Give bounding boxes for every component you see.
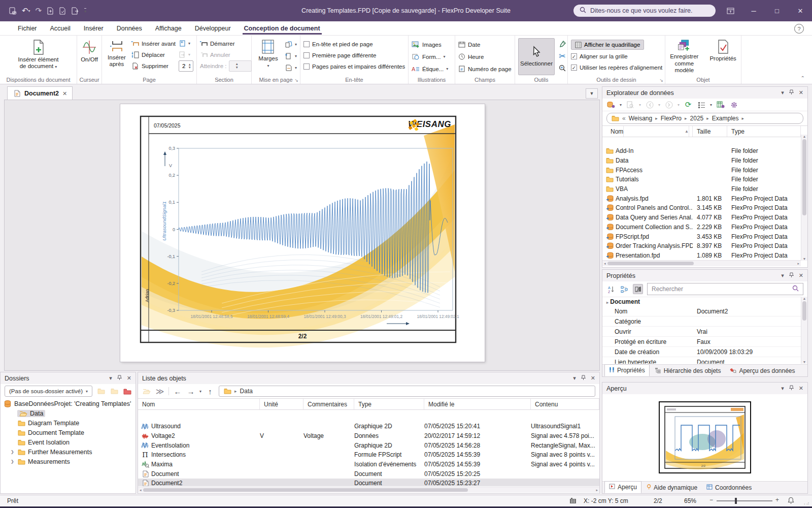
paste-page-icon[interactable] xyxy=(71,7,79,15)
object-row-document[interactable]: DocumentDocument07/05/2025 15:20:25 xyxy=(138,469,599,479)
grid-indicator-icon[interactable] xyxy=(569,497,577,505)
panel-menu-icon[interactable]: ▾ xyxy=(781,385,784,392)
show-grid-toggle[interactable]: Afficher le quadrillage xyxy=(571,40,644,50)
tree-item-document-template[interactable]: Document Template xyxy=(4,428,133,437)
menu-tab-fichier[interactable]: Fichier xyxy=(11,21,44,36)
property-row[interactable]: Lien hypertexteDocument xyxy=(602,357,801,364)
col-nom[interactable]: Nom ▲ xyxy=(602,126,693,137)
expand-levels-icon[interactable]: ≫ xyxy=(155,387,164,396)
menu-tab-d-veloppeur[interactable]: Développeur xyxy=(188,21,238,36)
resize-grip[interactable]: ⢀⣠ xyxy=(802,499,810,504)
close-button[interactable]: ✕ xyxy=(789,0,812,21)
help-icon[interactable]: ? xyxy=(794,24,804,34)
explorer-file-row[interactable]: Control Panels and Control...3.145 KBFle… xyxy=(602,203,801,213)
explorer-file-row[interactable]: FPAccessFile folder xyxy=(602,165,801,175)
zoom-slider[interactable] xyxy=(717,500,772,501)
col-modifi-le[interactable]: Modifié le xyxy=(424,399,531,409)
document-canvas[interactable]: 0,30,20,10-0,1-0,2-0,3VUltrasoundSignal1… xyxy=(4,100,600,371)
move-page-button[interactable]: Déplacer xyxy=(131,49,176,60)
status-page-indicator[interactable]: 2/2 xyxy=(654,497,662,504)
insert-page-icon[interactable] xyxy=(47,7,54,15)
col-contenu[interactable]: Contenu xyxy=(531,399,599,409)
maximize-button[interactable]: □ xyxy=(765,0,789,21)
tree-item-further-measurements[interactable]: ❯Further Measurements xyxy=(4,447,133,457)
save-as-template-button[interactable]: Enregistrer comme modèle xyxy=(667,38,701,75)
cursor-onoff-button[interactable]: On/Off xyxy=(78,38,100,75)
tree-item-data[interactable]: Data xyxy=(4,408,133,418)
save-database-icon[interactable] xyxy=(9,7,17,15)
breadcrumb-item[interactable]: Weisang xyxy=(629,115,652,122)
header-footer-checkbox[interactable]: En-tête et pied de page xyxy=(303,40,405,49)
tab-close-icon[interactable]: ✕ xyxy=(62,90,67,97)
tab-list-dropdown[interactable]: ▼ xyxy=(586,88,598,99)
zoom-slider-knob[interactable] xyxy=(735,498,737,504)
document-page[interactable]: 0,30,20,10-0,1-0,2-0,3VUltrasoundSignal1… xyxy=(120,104,485,362)
nav-forward-icon[interactable]: → xyxy=(186,387,195,396)
snap-grid-checkbox[interactable]: ✓Aligner sur la grille xyxy=(571,52,662,61)
tree-item-measurements[interactable]: ❯Measurements xyxy=(4,457,133,466)
col-type[interactable]: Type xyxy=(354,399,424,409)
notifications-bell-icon[interactable] xyxy=(788,497,794,505)
explorer-file-row[interactable]: VBAFile folder xyxy=(602,184,801,194)
zoom-in-icon[interactable]: + xyxy=(775,496,779,503)
view-list-icon[interactable] xyxy=(697,100,706,109)
object-row-document2[interactable]: Document2Document07/05/2025 15:23:27 xyxy=(138,479,599,486)
menu-tab-ins-rer[interactable]: Insérer xyxy=(77,21,110,36)
eyedropper-tool-icon[interactable] xyxy=(558,40,567,49)
nav-back-icon[interactable]: ← xyxy=(173,387,182,396)
refresh-icon[interactable]: ⟳ xyxy=(684,100,693,109)
object-properties-button[interactable]: Propriétés xyxy=(707,38,738,75)
images-button[interactable]: Images xyxy=(412,39,448,50)
settings-gear-icon[interactable] xyxy=(729,100,738,109)
close-panel-icon[interactable]: ✕ xyxy=(127,375,131,382)
properties-search-input[interactable]: Rechercher xyxy=(647,283,803,295)
tell-me-search[interactable]: Dites-nous ce que vous voulez faire. xyxy=(573,5,716,17)
expander-icon[interactable]: ❯ xyxy=(11,450,15,454)
page-number-field-button[interactable]: #Numéro de page xyxy=(458,64,512,74)
explorer-file-row[interactable]: Data Query and Series Anal...4.077 KBFle… xyxy=(602,213,801,223)
tree-item-diagram-template[interactable]: Diagram Template xyxy=(4,418,133,428)
next-folder-icon[interactable] xyxy=(110,387,119,396)
page-nav-top-button[interactable]: ▾ xyxy=(179,38,193,49)
open-folder-icon[interactable] xyxy=(142,387,151,396)
property-group-row[interactable]: ▸ Document xyxy=(602,297,801,306)
index-table-icon[interactable] xyxy=(716,100,725,109)
col-nom[interactable]: Nom xyxy=(138,399,260,409)
description-toggle-icon[interactable] xyxy=(633,284,643,294)
objects-horizontal-scrollbar[interactable]: ◂▸ xyxy=(138,487,599,493)
property-row[interactable]: NomDocument2 xyxy=(602,306,801,316)
pin-icon[interactable] xyxy=(789,272,794,279)
insert-page-after-button[interactable]: Insérer après xyxy=(105,38,128,75)
subfolder-dropdown[interactable]: (Pas de sous-dossier activé)▾ xyxy=(5,386,92,397)
panel-tab-propri-t-s[interactable]: Propriétés xyxy=(604,364,650,376)
explorer-horizontal-scrollbar[interactable]: ◂▸ xyxy=(602,260,801,266)
breadcrumb-item[interactable]: FlexPro xyxy=(661,115,682,122)
properties-vertical-scrollbar[interactable]: ▲▼ xyxy=(801,297,807,364)
object-row-intersections[interactable]: ΠIntersectionsFormule FPScript07/05/2025… xyxy=(138,450,599,460)
close-panel-icon[interactable]: ✕ xyxy=(591,375,595,382)
property-row[interactable]: Protégé en écritureFaux xyxy=(602,337,801,347)
property-row[interactable]: Date de création10/09/2009 18:03:29 xyxy=(602,347,801,357)
time-field-button[interactable]: Heure xyxy=(458,51,512,62)
page-number-spinner[interactable]: 2▲▼ xyxy=(179,60,193,72)
sort-az-icon[interactable]: AZ xyxy=(606,284,616,294)
minimize-button[interactable]: ─ xyxy=(742,0,765,21)
date-field-button[interactable]: Date xyxy=(458,39,512,50)
document-tab[interactable]: Document2 ✕ xyxy=(7,86,73,100)
insert-document-element-button[interactable]: Insérer élément de document ▾ xyxy=(16,38,61,75)
col-unit-[interactable]: Unité xyxy=(260,399,303,409)
property-row[interactable]: OuvrirVrai xyxy=(602,327,801,337)
page-size-button[interactable]: ▾ xyxy=(285,51,297,61)
explorer-breadcrumb[interactable]: « Weisang▸FlexPro▸2025▸Examples▸ xyxy=(606,113,803,124)
section-start-button[interactable]: Démarrer xyxy=(200,38,252,49)
tree-item-event-isolation[interactable]: Event Isolation xyxy=(4,437,133,447)
expander-icon[interactable]: ❯ xyxy=(11,459,15,464)
filter-preview-icon[interactable] xyxy=(626,100,635,109)
object-row-voltage2[interactable]: Voltage2VVoltageDonnées20/02/2017 14:59:… xyxy=(138,431,599,441)
scissors-tool-icon[interactable]: ✂ xyxy=(558,52,567,61)
panel-tab-coordonn-es[interactable]: Coordonnées xyxy=(702,482,756,493)
explorer-file-row[interactable]: Document Collection and S...2.229 KBFlex… xyxy=(602,223,801,232)
prev-folder-icon[interactable] xyxy=(96,387,106,396)
copy-page-icon[interactable] xyxy=(59,7,66,15)
panel-menu-icon[interactable]: ▾ xyxy=(109,375,112,382)
